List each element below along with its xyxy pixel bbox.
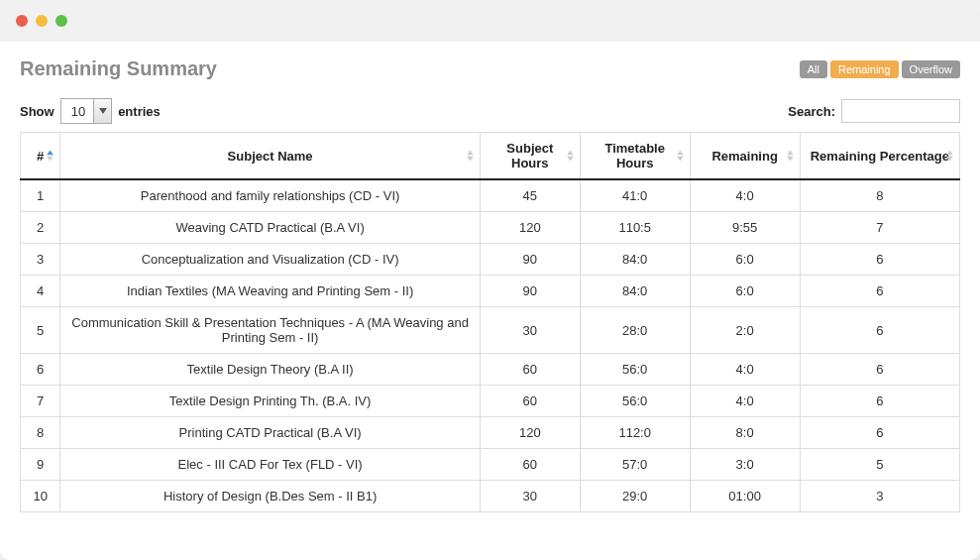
cell-subject-hours: 30 <box>480 307 580 354</box>
cell-subject-hours: 45 <box>480 179 580 212</box>
sort-icon <box>567 151 574 162</box>
cell-subject-hours: 120 <box>480 212 580 244</box>
cell-subject: Printing CATD Practical (B.A VI) <box>60 417 481 449</box>
cell-pct: 6 <box>800 307 959 354</box>
cell-subject: History of Design (B.Des Sem - II B1) <box>60 481 481 512</box>
cell-timetable-hours: 28:0 <box>580 307 690 354</box>
cell-remaining: 9:55 <box>690 212 800 244</box>
table-row: 9Elec - III CAD For Tex (FLD - VI)6057:0… <box>21 449 960 481</box>
cell-remaining: 4:0 <box>690 386 800 417</box>
cell-subject: Conceptualization and Visualization (CD … <box>60 244 481 276</box>
cell-pct: 6 <box>800 276 959 307</box>
cell-remaining: 2:0 <box>690 307 800 354</box>
summary-table: # Subject Name Subje <box>20 132 960 512</box>
cell-subject: Communication Skill & Presentation Techn… <box>60 307 481 354</box>
cell-num: 2 <box>21 212 60 244</box>
col-header-subject-label: Subject Name <box>228 149 313 164</box>
col-header-num-label: # <box>37 149 44 164</box>
cell-timetable-hours: 112:0 <box>580 417 690 449</box>
table-row: 7Textile Design Printing Th. (B.A. IV)60… <box>21 386 960 417</box>
sort-icon <box>677 151 684 162</box>
cell-subject: Weaving CATD Practical (B.A VI) <box>60 212 481 244</box>
col-header-num[interactable]: # <box>21 133 60 180</box>
cell-subject: Elec - III CAD For Tex (FLD - VI) <box>60 449 481 481</box>
cell-num: 10 <box>21 481 60 512</box>
col-header-remaining-pct[interactable]: Remaining Percentage <box>800 133 959 180</box>
cell-remaining: 4:0 <box>690 179 800 212</box>
cell-remaining: 6:0 <box>690 276 800 307</box>
cell-remaining: 4:0 <box>690 354 800 386</box>
table-row: 8Printing CATD Practical (B.A VI)120112:… <box>21 417 960 449</box>
cell-timetable-hours: 41:0 <box>580 179 690 212</box>
cell-timetable-hours: 29:0 <box>580 481 690 512</box>
window: Remaining Summary All Remaining Overflow… <box>0 0 980 560</box>
col-header-remaining-label: Remaining <box>711 149 777 164</box>
sort-icon <box>47 151 54 162</box>
cell-pct: 6 <box>800 386 959 417</box>
cell-pct: 6 <box>800 417 959 449</box>
cell-subject: Textile Design Theory (B.A II) <box>60 354 481 386</box>
cell-subject-hours: 90 <box>480 276 580 307</box>
col-header-subject-hours-label: Subject Hours <box>506 141 553 170</box>
minimize-window-button[interactable] <box>36 15 48 27</box>
show-label: Show <box>20 104 54 119</box>
page-title: Remaining Summary <box>20 57 217 80</box>
cell-pct: 7 <box>800 212 959 244</box>
cell-timetable-hours: 56:0 <box>580 386 690 417</box>
cell-subject-hours: 60 <box>480 386 580 417</box>
sort-icon <box>787 151 794 162</box>
cell-remaining: 6:0 <box>690 244 800 276</box>
cell-subject-hours: 90 <box>480 244 580 276</box>
cell-subject: Indian Textiles (MA Weaving and Printing… <box>60 276 481 307</box>
filter-group: All Remaining Overflow <box>800 60 960 78</box>
search-input[interactable] <box>841 99 960 123</box>
table-row: 10History of Design (B.Des Sem - II B1)3… <box>21 481 960 512</box>
cell-timetable-hours: 57:0 <box>580 449 690 481</box>
entries-select[interactable]: 10 <box>60 98 112 124</box>
entries-label: entries <box>118 104 161 119</box>
chevron-down-icon <box>99 108 107 114</box>
maximize-window-button[interactable] <box>55 15 67 27</box>
cell-subject: Textile Design Printing Th. (B.A. IV) <box>60 386 481 417</box>
table-body: 1Parenthood and family relationships (CD… <box>21 179 960 512</box>
table-row: 3Conceptualization and Visualization (CD… <box>21 244 960 276</box>
cell-remaining: 8:0 <box>690 417 800 449</box>
cell-timetable-hours: 56:0 <box>580 354 690 386</box>
cell-num: 8 <box>21 417 60 449</box>
cell-timetable-hours: 84:0 <box>580 244 690 276</box>
search-control: Search: <box>788 99 960 123</box>
search-label: Search: <box>788 104 835 119</box>
cell-pct: 6 <box>800 354 959 386</box>
filter-remaining-button[interactable]: Remaining <box>830 60 899 78</box>
cell-subject-hours: 60 <box>480 449 580 481</box>
entries-control: Show 10 entries <box>20 98 161 124</box>
cell-pct: 8 <box>800 179 959 212</box>
cell-pct: 6 <box>800 244 959 276</box>
filter-all-button[interactable]: All <box>800 60 827 78</box>
cell-subject-hours: 120 <box>480 417 580 449</box>
table-row: 5Communication Skill & Presentation Tech… <box>21 307 960 354</box>
cell-num: 1 <box>21 179 60 212</box>
cell-pct: 3 <box>800 481 959 512</box>
cell-subject-hours: 30 <box>480 481 580 512</box>
col-header-timetable-hours-label: Timetable Hours <box>604 141 664 170</box>
table-header-row: # Subject Name Subje <box>21 133 960 180</box>
filter-overflow-button[interactable]: Overflow <box>902 60 960 78</box>
titlebar <box>0 0 980 42</box>
col-header-subject[interactable]: Subject Name <box>60 133 481 180</box>
close-window-button[interactable] <box>16 15 28 27</box>
col-header-remaining[interactable]: Remaining <box>690 133 800 180</box>
table-row: 1Parenthood and family relationships (CD… <box>21 179 960 212</box>
cell-subject-hours: 60 <box>480 354 580 386</box>
cell-num: 6 <box>21 354 60 386</box>
col-header-remaining-pct-label: Remaining Percentage <box>811 149 949 164</box>
col-header-timetable-hours[interactable]: Timetable Hours <box>580 133 690 180</box>
table-row: 2Weaving CATD Practical (B.A VI)120110:5… <box>21 212 960 244</box>
cell-num: 9 <box>21 449 60 481</box>
sort-icon <box>946 151 953 162</box>
entries-dropdown-button[interactable] <box>93 99 111 123</box>
cell-remaining: 3:0 <box>690 449 800 481</box>
cell-timetable-hours: 110:5 <box>580 212 690 244</box>
cell-subject: Parenthood and family relationships (CD … <box>60 179 481 212</box>
col-header-subject-hours[interactable]: Subject Hours <box>480 133 580 180</box>
